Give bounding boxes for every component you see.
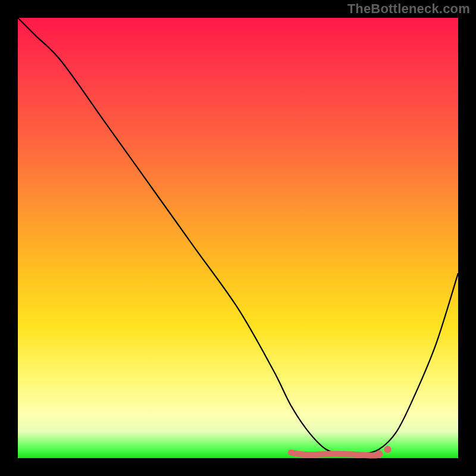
trough-highlight: [291, 453, 380, 456]
watermark-text: TheBottleneck.com: [347, 1, 470, 17]
chart-frame: TheBottleneck.com: [0, 0, 476, 476]
gradient-plot-area: [18, 18, 458, 458]
trough-dot-icon: [384, 446, 392, 453]
bottleneck-curve-path: [18, 18, 458, 455]
bottleneck-curve-svg: [18, 18, 458, 458]
